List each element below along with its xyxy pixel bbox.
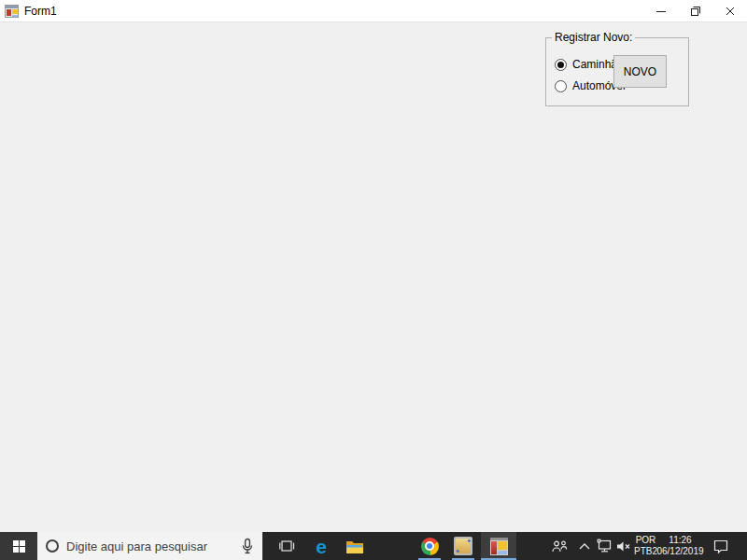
window-title: Form1	[24, 5, 57, 18]
minimize-icon	[654, 4, 669, 19]
action-center-icon	[712, 539, 729, 554]
task-view-button[interactable]	[271, 532, 304, 560]
screen: Form1 Registrar Novo:	[0, 0, 747, 560]
caption-buttons	[643, 0, 747, 21]
file-explorer-button[interactable]	[338, 532, 372, 560]
groupbox-title: Registrar Novo:	[552, 31, 635, 44]
windows-logo-icon	[13, 540, 25, 553]
chevron-up-icon	[578, 541, 591, 551]
network-icon	[597, 539, 613, 553]
winforms-app-button[interactable]	[481, 532, 516, 560]
action-center-button[interactable]	[704, 532, 738, 560]
people-button[interactable]	[547, 532, 571, 560]
photos-button[interactable]: ✦ ✦	[446, 532, 480, 560]
cortana-icon	[46, 539, 59, 553]
volume-muted-icon	[615, 539, 631, 553]
task-view-icon	[279, 538, 296, 554]
date: 06/12/2019	[656, 546, 703, 557]
time: 11:26	[669, 535, 691, 546]
radio-icon	[555, 59, 567, 71]
novo-button[interactable]: NOVO	[613, 55, 667, 88]
people-icon	[551, 539, 568, 553]
volume-button[interactable]	[613, 532, 633, 560]
language-primary: POR	[636, 535, 656, 546]
close-icon	[723, 4, 738, 19]
chrome-icon	[421, 538, 439, 555]
network-button[interactable]	[595, 532, 614, 560]
restore-icon	[688, 4, 703, 19]
restore-button[interactable]	[678, 0, 712, 21]
minimize-button[interactable]	[643, 0, 678, 21]
form-app-icon	[5, 5, 19, 18]
hidden-icons-button[interactable]	[575, 532, 594, 560]
microphone-icon[interactable]	[241, 538, 254, 554]
window-titlebar: Form1	[0, 0, 747, 22]
edge-icon: e	[316, 537, 327, 556]
clock[interactable]: 11:26 06/12/2019	[655, 532, 706, 560]
radio-icon	[555, 80, 567, 92]
taskbar: Digite aqui para pesquisar e	[0, 532, 747, 560]
start-button[interactable]	[0, 532, 37, 560]
chrome-button[interactable]	[413, 532, 446, 560]
photos-icon: ✦ ✦	[454, 537, 472, 555]
search-placeholder: Digite aqui para pesquisar	[66, 539, 233, 553]
search-input[interactable]: Digite aqui para pesquisar	[37, 532, 262, 560]
edge-button[interactable]: e	[304, 532, 338, 560]
groupbox-registrar-novo: Registrar Novo: Caminhão Automóvel NOVO	[545, 37, 689, 106]
file-explorer-icon	[345, 539, 364, 554]
close-button[interactable]	[712, 0, 747, 21]
winforms-app-icon	[490, 538, 508, 555]
